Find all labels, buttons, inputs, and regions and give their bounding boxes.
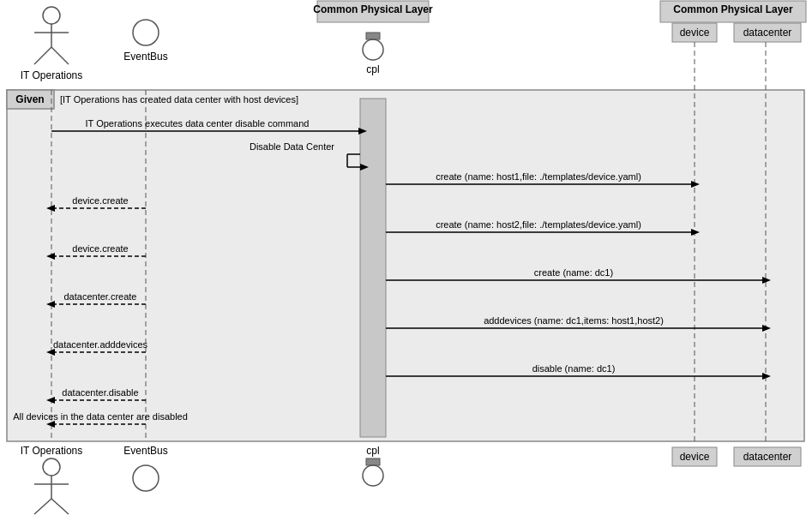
svg-text:create (name: dc1): create (name: dc1) (534, 267, 613, 278)
svg-line-12 (51, 47, 69, 64)
svg-text:IT Operations: IT Operations (21, 445, 82, 457)
svg-text:Disable Data Center: Disable Data Center (250, 141, 334, 152)
svg-rect-16 (366, 33, 380, 39)
svg-text:device: device (680, 451, 710, 463)
svg-rect-78 (366, 458, 380, 465)
svg-text:EventBus: EventBus (123, 51, 167, 63)
svg-point-14 (133, 20, 159, 45)
svg-text:datacenter.adddevices: datacenter.adddevices (53, 339, 148, 350)
svg-text:cpl: cpl (366, 445, 379, 457)
svg-text:EventBus: EventBus (123, 445, 167, 457)
svg-text:Common Physical Layer: Common Physical Layer (313, 3, 433, 15)
svg-line-11 (34, 47, 51, 64)
svg-text:disable (name: dc1): disable (name: dc1) (532, 363, 616, 374)
svg-text:device: device (680, 27, 710, 39)
svg-text:All devices in the data center: All devices in the data center are disab… (13, 411, 188, 422)
svg-rect-23 (360, 99, 386, 437)
svg-text:IT Operations executes data ce: IT Operations executes data center disab… (86, 118, 310, 129)
svg-point-71 (43, 458, 60, 476)
svg-text:datacenter: datacenter (743, 27, 792, 39)
svg-text:Given: Given (15, 93, 44, 105)
svg-point-8 (43, 7, 60, 24)
svg-text:device.create: device.create (72, 243, 128, 254)
svg-text:IT Operations: IT Operations (21, 69, 82, 81)
svg-point-76 (133, 465, 159, 491)
svg-line-74 (34, 499, 51, 514)
svg-text:cpl: cpl (366, 63, 379, 75)
svg-line-75 (51, 499, 69, 514)
diagram-canvas: Common Physical Layer Common Physical La… (0, 0, 812, 521)
svg-text:[IT Operations has created dat: [IT Operations has created data center w… (60, 94, 298, 105)
svg-text:Common Physical Layer: Common Physical Layer (673, 3, 793, 15)
svg-point-17 (363, 39, 383, 60)
svg-text:datacenter.disable: datacenter.disable (62, 387, 138, 398)
svg-text:create (name: host2,file: ./te: create (name: host2,file: ./templates/de… (436, 219, 641, 230)
svg-text:datacenter: datacenter (743, 451, 792, 463)
svg-text:datacenter.create: datacenter.create (63, 291, 136, 302)
svg-text:adddevices (name: dc1,items: h: adddevices (name: dc1,items: host1,host2… (484, 315, 664, 326)
svg-text:device.create: device.create (72, 195, 128, 206)
svg-point-79 (363, 465, 383, 486)
svg-text:create (name: host1,file: ./te: create (name: host1,file: ./templates/de… (436, 171, 641, 182)
sequence-diagram: Common Physical Layer Common Physical La… (0, 0, 812, 521)
